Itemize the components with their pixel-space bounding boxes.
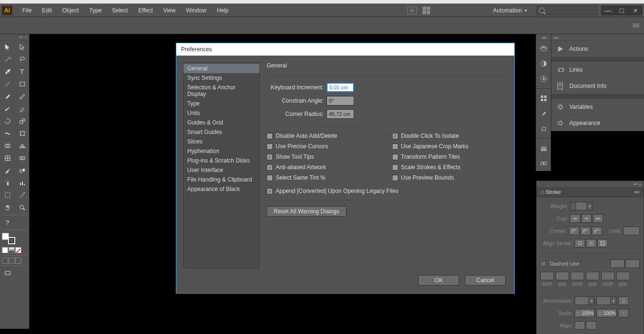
menu-view[interactable]: View: [158, 4, 181, 17]
draw-behind[interactable]: [9, 258, 15, 264]
rotate-tool[interactable]: [0, 115, 15, 127]
hand-tool[interactable]: [0, 201, 15, 214]
reset-warnings-button[interactable]: Reset All Warning Dialogs: [267, 206, 346, 217]
gradient-mode[interactable]: [9, 247, 15, 253]
category-item[interactable]: User Interface: [183, 165, 260, 175]
color-panel-icon[interactable]: [536, 41, 551, 56]
brushes-icon[interactable]: [536, 106, 551, 121]
menu-type[interactable]: Type: [84, 4, 107, 17]
gap-2[interactable]: [586, 272, 599, 280]
pref-checkbox[interactable]: Disable Auto Add/Delete: [267, 133, 383, 139]
control-menu-icon[interactable]: [633, 24, 639, 27]
grid-icon[interactable]: [423, 7, 430, 14]
cap-projecting[interactable]: [593, 214, 603, 223]
mesh-tool[interactable]: [0, 152, 15, 164]
kuler-icon[interactable]: [536, 71, 551, 86]
menu-effect[interactable]: Effect: [133, 4, 158, 17]
arrow-swap[interactable]: [618, 296, 629, 305]
actions-panel[interactable]: Actions: [551, 41, 644, 57]
pref-checkbox[interactable]: Use Preview Bounds: [392, 174, 508, 181]
stroke-icon[interactable]: [536, 141, 551, 156]
category-item[interactable]: Units: [183, 108, 260, 118]
blend-tool[interactable]: [15, 164, 29, 177]
shape-builder-tool[interactable]: [0, 140, 15, 152]
arrow-start[interactable]: ▾: [575, 296, 595, 305]
width-tool[interactable]: [0, 127, 15, 140]
color-mode[interactable]: [2, 247, 8, 253]
pref-checkbox[interactable]: Scale Strokes & Effects: [392, 164, 508, 171]
category-item[interactable]: Sync Settings: [183, 73, 260, 83]
category-item[interactable]: Plug-ins & Scratch Disks: [183, 156, 260, 165]
panel-collapse-icon[interactable]: ◂◂: [551, 34, 644, 41]
category-item[interactable]: Slices: [183, 137, 260, 146]
category-item[interactable]: Smart Guides: [183, 127, 260, 137]
category-item[interactable]: Hyphenation: [183, 146, 260, 156]
pencil-tool[interactable]: [15, 90, 29, 103]
selection-tool[interactable]: [0, 41, 15, 53]
pref-checkbox[interactable]: Transform Pattern Tiles: [392, 153, 508, 160]
category-item[interactable]: Appearance of Black: [183, 184, 260, 194]
dash-3[interactable]: [601, 272, 615, 280]
limit-field[interactable]: [623, 227, 640, 235]
appearance-panel[interactable]: Appearance: [551, 115, 644, 131]
pref-checkbox[interactable]: Anti-aliased Artwork: [267, 164, 383, 171]
draw-normal[interactable]: [2, 258, 8, 264]
touch-type-tool[interactable]: ?: [0, 216, 15, 229]
minimize-button[interactable]: —: [601, 6, 615, 15]
category-item[interactable]: Guides & Grid: [183, 118, 260, 127]
none-mode[interactable]: [15, 247, 21, 253]
swatches-icon[interactable]: [536, 91, 551, 106]
gap-3[interactable]: [616, 272, 630, 280]
arrow-align-tip[interactable]: [575, 321, 585, 330]
variables-panel[interactable]: Variables: [551, 99, 644, 115]
close-button[interactable]: ×: [629, 6, 642, 15]
workspace-switcher[interactable]: Automation▾: [487, 5, 533, 16]
search-box[interactable]: [537, 6, 597, 15]
constrain-angle-input[interactable]: [327, 96, 354, 105]
document-info-panel[interactable]: Document Info: [551, 78, 644, 94]
links-panel[interactable]: Links: [551, 62, 644, 78]
scale-link[interactable]: [618, 309, 629, 317]
align-center[interactable]: [575, 239, 585, 248]
symbols-icon[interactable]: [536, 121, 551, 136]
scale-end[interactable]: ⬚ 100%: [596, 309, 616, 317]
pref-checkbox[interactable]: Double Click To Isolate: [392, 133, 508, 139]
align-outside[interactable]: [597, 239, 608, 248]
gradient-tool[interactable]: [15, 152, 29, 164]
weight-field[interactable]: ▾: [570, 202, 593, 210]
corner-bevel[interactable]: [592, 227, 602, 235]
menu-window[interactable]: Window: [181, 4, 211, 17]
stroke-swatch[interactable]: [8, 237, 15, 244]
artboard-tool[interactable]: [0, 189, 15, 201]
eraser-tool[interactable]: [15, 103, 29, 115]
gradient-panel-icon[interactable]: [536, 156, 551, 171]
cap-round[interactable]: [581, 214, 592, 223]
menu-edit[interactable]: Edit: [37, 4, 57, 17]
eyedropper-tool[interactable]: [0, 164, 15, 177]
rectangle-tool[interactable]: [15, 78, 29, 90]
pref-checkbox[interactable]: Use Precise Cursors: [267, 143, 383, 150]
direct-selection-tool[interactable]: [15, 41, 29, 53]
draw-inside[interactable]: [15, 258, 21, 264]
menu-file[interactable]: File: [17, 4, 37, 17]
pref-checkbox[interactable]: Select Same Tint %: [267, 174, 383, 181]
scale-tool[interactable]: [15, 115, 29, 127]
dash-1[interactable]: [540, 272, 554, 280]
collapse-icon[interactable]: ◂◂: [536, 34, 551, 41]
dashed-checkbox[interactable]: [540, 261, 546, 267]
perspective-grid-tool[interactable]: [15, 140, 29, 152]
pen-tool[interactable]: [0, 66, 15, 78]
stroke-tab[interactable]: Stroke: [546, 189, 561, 195]
dash-preserve[interactable]: [610, 259, 625, 268]
line-tool[interactable]: [0, 78, 15, 90]
paintbrush-tool[interactable]: [0, 90, 15, 103]
blob-brush-tool[interactable]: [0, 103, 15, 115]
magic-wand-tool[interactable]: [0, 53, 15, 66]
category-item[interactable]: General: [183, 64, 260, 73]
extra-tool[interactable]: [15, 216, 29, 229]
corner-radius-input[interactable]: [327, 109, 354, 119]
ok-button[interactable]: OK: [418, 275, 459, 286]
maximize-button[interactable]: □: [615, 6, 628, 15]
lasso-tool[interactable]: [15, 53, 29, 66]
keyboard-increment-input[interactable]: [327, 83, 354, 92]
